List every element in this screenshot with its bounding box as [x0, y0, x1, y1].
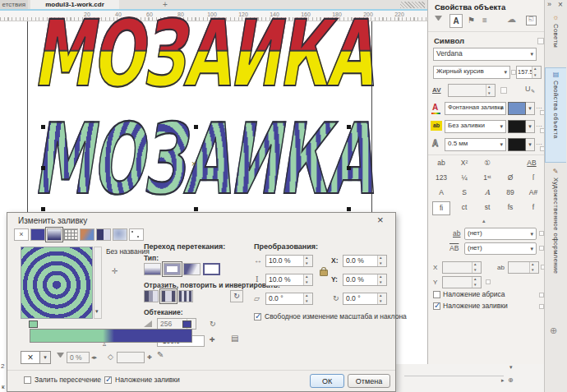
- gradient-midpoint-marker[interactable]: ▵: [103, 340, 106, 348]
- x-shift-spinner[interactable]: [472, 262, 481, 273]
- opentype-feature-button[interactable]: X²: [455, 157, 473, 169]
- selection-handle-ne[interactable]: [347, 125, 351, 129]
- fill-y-field[interactable]: 0.0 %: [343, 274, 387, 286]
- fill-type-texture-button[interactable]: [113, 228, 127, 241]
- edit-script-icon[interactable]: U: [525, 85, 531, 94]
- fill-type-bitmap-pattern-button[interactable]: [80, 228, 94, 241]
- selection-handle-sw[interactable]: [41, 207, 45, 211]
- fill-y-spinner[interactable]: [377, 274, 386, 285]
- fill-type-select[interactable]: Фонтанная заливка: [445, 102, 506, 115]
- font-family-select[interactable]: Verdana: [433, 48, 537, 61]
- free-scale-checkbox[interactable]: [254, 313, 261, 321]
- fountain-type-rectangular-button[interactable]: [203, 263, 220, 275]
- y-shift-spinner[interactable]: [472, 277, 481, 288]
- opentype-feature-button[interactable]: fi: [432, 201, 450, 215]
- docker-collapse-button[interactable]: »: [547, 0, 551, 8]
- row-state-square[interactable]: [537, 38, 544, 44]
- selection-handle-se[interactable]: [347, 207, 351, 211]
- character-tab-icon[interactable]: A: [449, 14, 463, 28]
- fill-color-dropdown[interactable]: ▾: [526, 102, 535, 115]
- opentype-feature-button[interactable]: A: [478, 187, 496, 199]
- opentype-feature-button[interactable]: ſ: [524, 172, 542, 184]
- angle-spinner[interactable]: [529, 262, 538, 273]
- opentype-feature-button[interactable]: S: [455, 187, 473, 199]
- summary-tab-icon[interactable]: [435, 16, 442, 21]
- fill-type-two-color-button[interactable]: [96, 228, 111, 241]
- background-fill-select[interactable]: Без заливки: [445, 120, 506, 133]
- ok-button[interactable]: ОК: [310, 374, 344, 388]
- kerning-field[interactable]: [448, 84, 496, 97]
- opentype-feature-button[interactable]: A#: [524, 187, 542, 199]
- fill-height-spinner[interactable]: [303, 274, 312, 285]
- skew-spinner[interactable]: [303, 293, 312, 304]
- node-color-dropdown[interactable]: ▾: [40, 351, 51, 364]
- fill-width-field[interactable]: 10.0 %: [265, 255, 313, 267]
- opentype-feature-button[interactable]: 123: [432, 172, 450, 184]
- artistic-text-red-yellow[interactable]: МОЗАИКА: [33, 9, 372, 100]
- fountain-type-linear-button[interactable]: [144, 263, 161, 275]
- gradient-stop-end[interactable]: [182, 321, 191, 328]
- opentype-feature-button[interactable]: fs: [501, 201, 519, 215]
- opentype-feature-button[interactable]: ct: [455, 201, 473, 215]
- side-tab-artistic-media[interactable]: ✎ Художественное оформление: [545, 168, 566, 321]
- fill-type-vector-pattern-button[interactable]: [63, 228, 78, 241]
- fill-color-swatch[interactable]: [508, 102, 526, 115]
- repeat-mirror-button[interactable]: [161, 290, 176, 302]
- fill-height-field[interactable]: 10.0 %: [265, 274, 313, 286]
- fill-x-spinner[interactable]: [377, 256, 386, 266]
- opentype-feature-button[interactable]: 89: [501, 187, 519, 199]
- selection-handle-s[interactable]: [194, 207, 198, 211]
- font-size-spinner[interactable]: [532, 67, 541, 78]
- h-scrollbar-track[interactable]: [404, 376, 504, 376]
- strikethrough-select[interactable]: (нет): [464, 242, 537, 255]
- underline-select[interactable]: (нет): [464, 228, 537, 240]
- repeat-tile-button[interactable]: [178, 290, 193, 302]
- fill-x-field[interactable]: 0.0 %: [343, 255, 387, 267]
- fill-type-none-button[interactable]: ×: [14, 228, 29, 241]
- node-color-button[interactable]: ×: [21, 351, 40, 364]
- fill-winding-checkbox[interactable]: [24, 376, 31, 384]
- fill-picker-dropdown-icon[interactable]: ▾: [95, 308, 99, 315]
- rotate-spinner[interactable]: [377, 293, 386, 304]
- collapse-section-button[interactable]: ▴: [482, 218, 486, 224]
- fill-width-spinner[interactable]: [303, 256, 312, 266]
- node-transparency-field[interactable]: 0 %: [67, 352, 90, 363]
- aspect-lock-icon[interactable]: [320, 270, 328, 276]
- fountain-type-elliptical-button[interactable]: [164, 263, 181, 275]
- angle-field[interactable]: [508, 261, 539, 274]
- dialog-close-button[interactable]: ×: [377, 214, 384, 226]
- fountain-type-conical-button[interactable]: [183, 263, 201, 275]
- overprint-outline-checkbox[interactable]: [433, 291, 440, 298]
- y-shift-field[interactable]: [442, 276, 482, 288]
- gradient-preview-bar[interactable]: [30, 329, 192, 343]
- docker-close-button[interactable]: ×: [558, 0, 563, 9]
- offset-slider-handle[interactable]: ✚: [210, 336, 215, 344]
- selection-handle-n[interactable]: [194, 125, 198, 129]
- node-position-stepper[interactable]: ✚: [147, 353, 152, 362]
- node-transparency-stepper[interactable]: ◂▸: [91, 353, 97, 362]
- kerning-spinner[interactable]: [486, 85, 495, 96]
- outline-width-select[interactable]: 0.5 мм: [445, 138, 506, 151]
- x-shift-field[interactable]: [442, 261, 482, 274]
- node-position-field[interactable]: [117, 352, 145, 363]
- overprint-fill-dialog-checkbox[interactable]: [104, 376, 112, 384]
- selection-handle-nw[interactable]: [41, 125, 45, 129]
- frame-mode-icon[interactable]: ◱: [526, 16, 537, 25]
- artistic-text-pattern-selected[interactable]: МОЗАИКА: [33, 111, 372, 209]
- outline-color-swatch[interactable]: [508, 138, 526, 151]
- pan-icon[interactable]: ▸: [501, 377, 505, 384]
- scrollbar-arrow-icon[interactable]: ▾: [509, 364, 513, 371]
- opentype-feature-button[interactable]: AB: [523, 157, 541, 169]
- row-state-square[interactable]: [500, 87, 507, 94]
- paragraph-tab-icon[interactable]: ⚑: [468, 16, 475, 25]
- side-tab-tips[interactable]: ☼ Советы: [545, 13, 566, 66]
- opentype-feature-button[interactable]: A: [432, 187, 450, 199]
- opentype-feature-button[interactable]: ①: [478, 157, 496, 169]
- opentype-feature-button[interactable]: ¼: [455, 172, 473, 184]
- fill-preview[interactable]: [21, 247, 93, 319]
- gradient-stop-start[interactable]: [29, 321, 38, 328]
- fill-type-postscript-button[interactable]: [129, 228, 144, 241]
- steps-lock-icon[interactable]: ↻: [210, 320, 216, 328]
- font-style-select[interactable]: Жирный курсив: [433, 66, 510, 79]
- opentype-feature-button[interactable]: f: [524, 201, 542, 215]
